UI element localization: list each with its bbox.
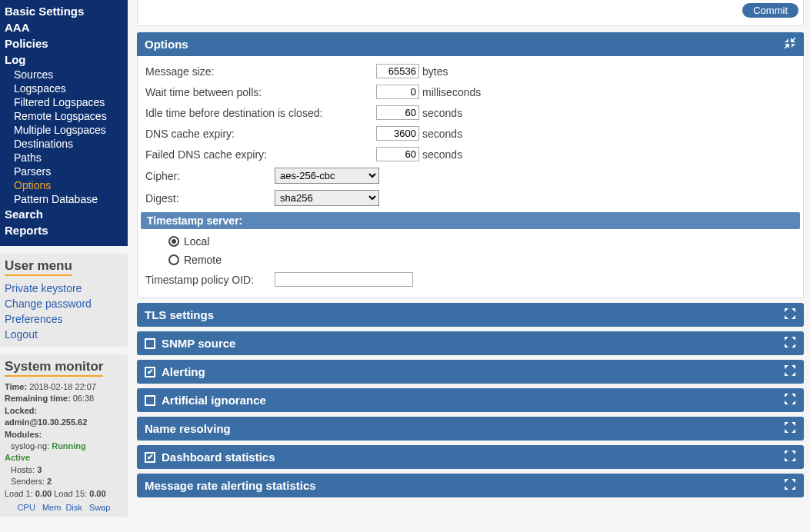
panel-msgrate-header[interactable]: Message rate alerting statistics [137, 474, 804, 497]
nav-log-parsers[interactable]: Parsers [0, 165, 128, 178]
nav-basic-settings[interactable]: Basic Settings [0, 3, 128, 19]
wait-unit: milliseconds [422, 86, 481, 98]
user-menu-keystore[interactable]: Private keystore [5, 281, 123, 296]
panel-nameres-title: Name resolving [145, 422, 231, 435]
panel-msgrate-title: Message rate alerting statistics [145, 479, 316, 492]
msg-size-unit: bytes [422, 65, 448, 78]
sysmon-tab-swap[interactable]: Swap [87, 503, 113, 512]
expand-icon[interactable] [784, 478, 796, 493]
digest-select[interactable]: sha256 [275, 190, 379, 206]
fdns-label: Failed DNS cache expiry: [145, 148, 376, 161]
sysmon-senders-val: 2 [47, 477, 52, 486]
ts-local-radio-row[interactable]: Local [145, 232, 795, 251]
nav-log-pattern[interactable]: Pattern Database [0, 192, 128, 206]
nav-log-sources[interactable]: Sources [0, 68, 128, 81]
sysmon-modules-lbl: Modules: [5, 430, 42, 439]
main-nav: Basic Settings AAA Policies Log Sources … [0, 0, 128, 246]
panel-artificial-header[interactable]: Artificial ignorance [137, 388, 804, 412]
sysmon-load15-lbl: Load 15: [54, 489, 87, 498]
nav-aaa[interactable]: AAA [0, 19, 128, 35]
sysmon-tab-mem[interactable]: Mem [40, 503, 63, 512]
fdns-input[interactable] [376, 147, 419, 161]
expand-icon[interactable] [784, 393, 796, 407]
checkbox-unchecked-icon[interactable] [145, 338, 155, 349]
digest-label: Digest: [145, 192, 275, 204]
nav-log[interactable]: Log [0, 52, 128, 68]
dns-unit: seconds [422, 128, 462, 140]
sysmon-syslog-lbl: syslog-ng: [11, 441, 49, 451]
sysmon-senders-lbl: Senders: [11, 477, 45, 486]
fdns-unit: seconds [422, 148, 462, 161]
user-menu-logout[interactable]: Logout [5, 327, 123, 342]
idle-input[interactable] [376, 105, 419, 120]
sysmon-tabs: CPU MemDisk Swap [5, 500, 123, 512]
expand-icon[interactable] [784, 364, 796, 379]
expand-icon[interactable] [784, 336, 796, 351]
top-bar: Commit [137, 0, 804, 26]
expand-icon[interactable] [784, 308, 796, 322]
nav-log-logspaces[interactable]: Logspaces [0, 81, 128, 95]
nav-log-remote[interactable]: Remote Logspaces [0, 109, 128, 123]
sysmon-load1-val: 0.00 [35, 489, 52, 498]
panel-nameres-header[interactable]: Name resolving [137, 417, 804, 441]
sysmon-tab-cpu[interactable]: CPU [15, 503, 38, 512]
checkbox-checked-icon[interactable]: ✔ [145, 367, 155, 377]
nav-search[interactable]: Search [0, 206, 128, 222]
sysmon-time-lbl: Time: [5, 382, 27, 391]
msg-size-label: Message size: [145, 65, 376, 78]
sysmon-tab-disk[interactable]: Disk [63, 503, 84, 512]
panel-alerting-title: Alerting [162, 365, 205, 378]
panel-artificial-title: Artificial ignorance [162, 394, 266, 407]
wait-input[interactable] [376, 85, 419, 99]
commit-button[interactable]: Commit [742, 3, 798, 18]
nav-log-filtered[interactable]: Filtered Logspaces [0, 95, 128, 109]
panel-dash-title: Dashboard statistics [162, 451, 275, 464]
cipher-label: Cipher: [145, 170, 275, 182]
nav-log-destinations[interactable]: Destinations [0, 137, 128, 151]
ts-oid-label: Timestamp policy OID: [145, 274, 275, 286]
dns-label: DNS cache expiry: [145, 128, 376, 140]
collapse-icon[interactable] [784, 37, 796, 52]
nav-log-multiple[interactable]: Multiple Logspaces [0, 123, 128, 137]
user-menu-title: User menu [5, 258, 72, 276]
sysmon-title: System monitor [5, 359, 103, 377]
user-menu-prefs[interactable]: Preferences [5, 311, 123, 327]
ts-remote-radio-row[interactable]: Remote [145, 251, 795, 269]
idle-unit: seconds [422, 107, 462, 119]
sysmon-locked-lbl: Locked: [5, 406, 37, 415]
sysmon-syslog-val: Running [52, 441, 86, 451]
checkbox-unchecked-icon[interactable] [145, 395, 155, 406]
ts-oid-input[interactable] [275, 272, 413, 287]
expand-icon[interactable] [784, 450, 796, 464]
expand-icon[interactable] [784, 421, 796, 436]
msg-size-input[interactable] [376, 64, 419, 78]
ts-local-label: Local [184, 235, 209, 248]
checkbox-checked-icon[interactable]: ✔ [145, 452, 155, 463]
user-menu-changepw[interactable]: Change password [5, 296, 123, 311]
panel-options-title: Options [145, 38, 188, 51]
sysmon-hosts-val: 3 [37, 465, 42, 474]
panel-options-header[interactable]: Options [137, 32, 804, 56]
ts-remote-label: Remote [184, 254, 222, 266]
panel-snmp-title: SNMP source [162, 337, 235, 350]
nav-policies[interactable]: Policies [0, 35, 128, 52]
panel-alerting-header[interactable]: ✔Alerting [137, 360, 804, 384]
nav-log-paths[interactable]: Paths [0, 151, 128, 165]
user-menu-block: User menu Private keystore Change passwo… [0, 254, 128, 347]
nav-reports[interactable]: Reports [0, 222, 128, 238]
panel-tls-title: TLS settings [145, 308, 214, 321]
sysmon-active: Active [5, 452, 123, 464]
sysmon-locked-val: admin@10.30.255.62 [5, 417, 87, 427]
timestamp-server-header: Timestamp server: [141, 212, 800, 229]
dns-input[interactable] [376, 126, 419, 141]
cipher-select[interactable]: aes-256-cbc [275, 168, 379, 184]
radio-unselected-icon [168, 254, 179, 265]
idle-label: Idle time before destination is closed: [145, 107, 376, 119]
panel-dash-header[interactable]: ✔Dashboard statistics [137, 445, 804, 469]
system-monitor-block: System monitor Time: 2018-02-18 22:07 Re… [0, 354, 128, 517]
panel-snmp-header[interactable]: SNMP source [137, 331, 804, 355]
panel-tls-header[interactable]: TLS settings [137, 303, 804, 327]
sysmon-load15-val: 0.00 [89, 489, 105, 498]
nav-log-options[interactable]: Options [0, 178, 128, 192]
sysmon-remain-val: 06:38 [73, 394, 95, 403]
